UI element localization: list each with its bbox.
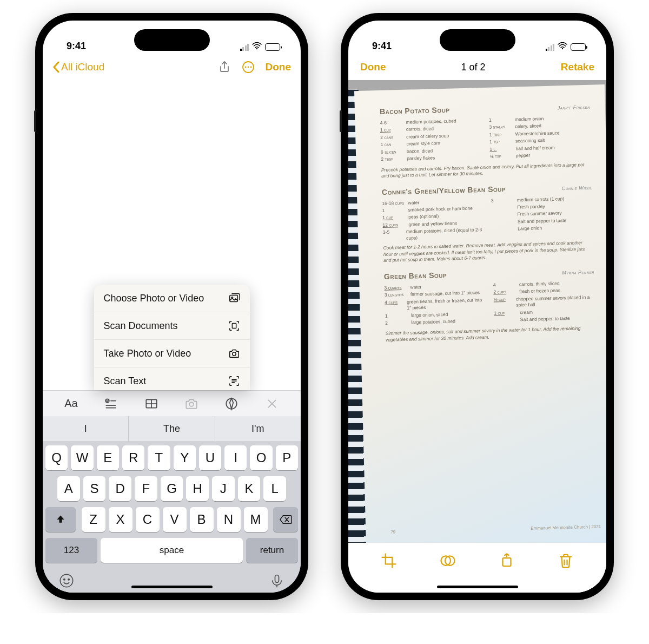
page-imprint: Emmanuel Mennonite Church | 2021 <box>531 524 601 532</box>
key-l[interactable]: L <box>263 476 286 501</box>
dynamic-island <box>440 29 515 51</box>
more-icon[interactable] <box>242 61 255 74</box>
done-button[interactable]: Done <box>360 61 386 73</box>
svg-point-13 <box>60 574 72 587</box>
done-button[interactable]: Done <box>266 61 292 73</box>
svg-rect-20 <box>503 558 511 566</box>
ingredients: 4-6medium potatoes, cubed1 cupcarrots, d… <box>380 115 591 164</box>
prediction[interactable]: I'm <box>215 416 301 441</box>
svg-point-14 <box>64 579 65 580</box>
key-n[interactable]: N <box>217 507 241 532</box>
svg-point-0 <box>256 48 257 49</box>
page-number: 79 <box>390 530 395 536</box>
svg-rect-7 <box>232 323 236 328</box>
emoji-icon[interactable] <box>59 573 74 588</box>
dynamic-island <box>134 29 210 51</box>
key-k[interactable]: K <box>238 476 261 501</box>
svg-point-15 <box>68 579 69 580</box>
recipe-page: Bacon Potato SoupJanice Friesen4-6medium… <box>354 84 606 543</box>
prediction[interactable]: The <box>129 416 215 441</box>
trash-icon[interactable] <box>558 553 574 569</box>
prediction[interactable]: I <box>43 416 129 441</box>
svg-point-17 <box>562 48 563 49</box>
key-g[interactable]: G <box>161 476 183 501</box>
key-x[interactable]: X <box>109 507 133 532</box>
svg-point-3 <box>247 67 249 68</box>
menu-scan-text[interactable]: Scan Text <box>94 367 250 390</box>
numbers-key[interactable]: 123 <box>45 538 97 563</box>
key-p[interactable]: P <box>276 445 298 470</box>
prediction-row: I The I'm <box>43 416 301 441</box>
backspace-key[interactable] <box>273 507 298 532</box>
menu-label: Scan Documents <box>104 320 178 332</box>
scanned-document-view[interactable]: Bacon Potato SoupJanice Friesen4-6medium… <box>348 80 606 543</box>
dictation-icon[interactable] <box>269 573 284 588</box>
back-button[interactable]: All iCloud <box>52 61 104 73</box>
key-f[interactable]: F <box>135 476 157 501</box>
menu-choose-photo[interactable]: Choose Photo or Video <box>94 285 250 312</box>
status-time: 9:41 <box>67 41 86 52</box>
key-y[interactable]: Y <box>174 445 196 470</box>
svg-point-4 <box>250 67 251 68</box>
nav-bar: All iCloud Done <box>43 54 301 80</box>
menu-label: Scan Text <box>104 376 147 387</box>
key-i[interactable]: I <box>224 445 247 470</box>
key-t[interactable]: T <box>148 445 170 470</box>
rotate-icon[interactable] <box>499 553 515 569</box>
key-a[interactable]: A <box>57 476 80 501</box>
retake-button[interactable]: Retake <box>561 61 594 73</box>
note-body[interactable]: Choose Photo or Video Scan Documents Tak… <box>43 80 301 390</box>
text-style-button[interactable]: Aa <box>64 397 77 410</box>
space-key[interactable]: space <box>101 538 243 563</box>
share-icon[interactable] <box>218 61 231 74</box>
key-s[interactable]: S <box>83 476 106 501</box>
svg-point-11 <box>189 402 194 406</box>
recipe-title: Bacon Potato SoupJanice Friesen <box>380 101 590 117</box>
ingredients: 3 quartswater3 lengthsfarmer sausage, cu… <box>384 279 595 327</box>
markup-icon[interactable] <box>224 397 239 411</box>
key-w[interactable]: W <box>71 445 93 470</box>
menu-take-photo[interactable]: Take Photo or Video <box>94 340 250 367</box>
wifi-icon <box>252 42 262 52</box>
shift-key[interactable] <box>45 507 76 532</box>
chevron-left-icon <box>52 61 60 73</box>
home-indicator[interactable] <box>437 586 518 588</box>
key-c[interactable]: C <box>136 507 160 532</box>
key-e[interactable]: E <box>97 445 119 470</box>
key-j[interactable]: J <box>212 476 235 501</box>
key-h[interactable]: H <box>186 476 209 501</box>
key-v[interactable]: V <box>163 507 187 532</box>
menu-scan-documents[interactable]: Scan Documents <box>94 312 250 340</box>
key-o[interactable]: O <box>250 445 272 470</box>
close-keyboard-icon[interactable] <box>265 397 279 411</box>
return-key[interactable]: return <box>246 538 298 563</box>
page-counter: 1 of 2 <box>461 62 486 73</box>
table-icon[interactable] <box>144 397 158 411</box>
recipe-instructions: Precook potatoes and carrots. Fry bacon.… <box>381 161 592 179</box>
key-z[interactable]: Z <box>82 507 105 532</box>
scan-nav-bar: Done 1 of 2 Retake <box>348 54 606 80</box>
key-q[interactable]: Q <box>45 445 68 470</box>
scan-text-icon <box>228 375 240 387</box>
recipe-instructions: Simmer the sausage, onions, salt and sum… <box>386 325 596 343</box>
checklist-icon[interactable] <box>104 397 118 411</box>
photos-icon <box>228 292 240 304</box>
key-r[interactable]: R <box>122 445 144 470</box>
camera-toolbar-icon[interactable] <box>184 397 198 411</box>
recipe-instructions: Cook meat for 1-2 hours in salted water.… <box>383 240 594 264</box>
home-indicator[interactable] <box>131 586 213 588</box>
notes-format-toolbar: Aa <box>43 390 301 416</box>
key-u[interactable]: U <box>199 445 221 470</box>
status-time: 9:41 <box>372 41 392 52</box>
recipe-title: Green Bean SoupMyrna Penner <box>384 266 594 281</box>
menu-label: Choose Photo or Video <box>104 293 204 304</box>
keyboard: QWERTYUIOP ASDFGHJKL ZXCVBNM 123 space r… <box>43 441 301 572</box>
back-label: All iCloud <box>61 61 104 73</box>
svg-point-2 <box>244 67 246 68</box>
filter-icon[interactable] <box>440 553 456 569</box>
key-m[interactable]: M <box>244 507 268 532</box>
key-b[interactable]: B <box>190 507 214 532</box>
key-d[interactable]: D <box>109 476 131 501</box>
crop-icon[interactable] <box>381 553 397 569</box>
svg-rect-16 <box>275 575 279 583</box>
